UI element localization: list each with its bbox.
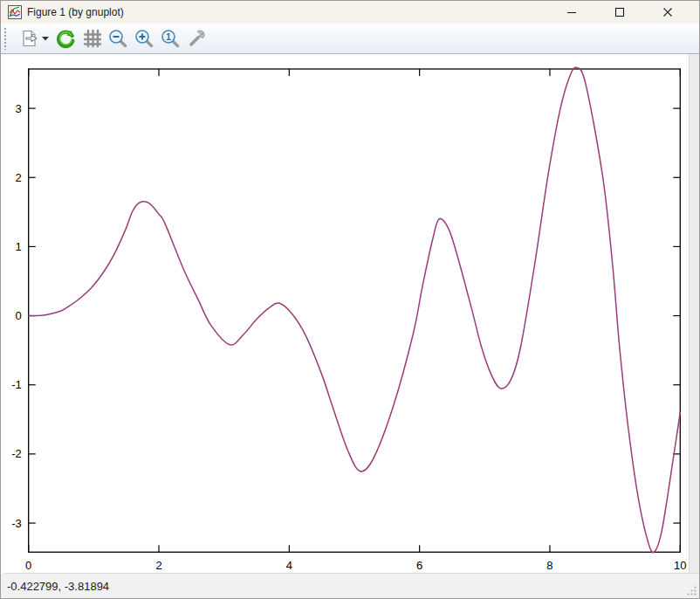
resize-grip-icon[interactable] [686, 585, 697, 596]
export-button[interactable] [19, 25, 40, 52]
zoom-in-button[interactable] [133, 25, 155, 52]
svg-text:1: 1 [166, 32, 171, 42]
close-button[interactable] [649, 1, 687, 24]
statusbar: -0.422799, -3.81894 [1, 573, 699, 598]
zoom-reset-button[interactable]: 1 [159, 25, 182, 52]
dropdown-arrow-icon [42, 36, 49, 41]
plot-border [29, 69, 681, 552]
plot-canvas: 0246810-3-2-10123 [1, 54, 699, 573]
y-tick-label: 1 [15, 240, 21, 253]
minimize-button[interactable] [552, 1, 591, 24]
settings-button[interactable] [185, 25, 208, 52]
window-title: Figure 1 (by gnuplot) [27, 6, 124, 18]
refresh-icon [55, 28, 76, 49]
y-tick-label: 3 [15, 102, 21, 115]
grid-icon [81, 28, 102, 49]
toolbar-drag-handle[interactable] [3, 27, 8, 50]
plot-area[interactable]: 0246810-3-2-10123 [1, 54, 689, 573]
maximize-button[interactable] [600, 1, 639, 24]
export-page-icon [19, 28, 40, 49]
toolbar: 1 [1, 24, 699, 54]
zoom-in-icon [134, 28, 154, 49]
window-controls [552, 1, 687, 24]
gnuplot-window: Figure 1 (by gnuplot) [0, 0, 700, 599]
x-tick-label: 0 [25, 559, 31, 572]
titlebar: Figure 1 (by gnuplot) [1, 1, 699, 24]
y-tick-label: -3 [11, 517, 22, 530]
y-tick-label: -1 [11, 378, 22, 391]
export-menu-button[interactable] [40, 25, 51, 52]
curve [29, 67, 681, 553]
x-tick-label: 2 [155, 559, 161, 572]
y-tick-label: 2 [15, 171, 21, 184]
wrench-icon [186, 28, 207, 49]
y-tick-label: -2 [11, 447, 22, 460]
x-tick-label: 8 [546, 559, 552, 572]
app-icon [8, 5, 22, 19]
replot-button[interactable] [54, 25, 77, 52]
x-tick-label: 10 [674, 559, 686, 572]
y-tick-label: 0 [15, 309, 21, 322]
grid-button[interactable] [80, 25, 103, 52]
minimize-icon [566, 7, 577, 17]
maximize-icon [614, 7, 625, 17]
coordinate-readout: -0.422799, -3.81894 [7, 580, 109, 593]
canvas-gutter [689, 54, 699, 573]
close-icon [662, 7, 673, 17]
x-tick-label: 4 [286, 559, 292, 572]
zoom-reset-icon: 1 [160, 28, 181, 49]
zoom-out-icon [107, 28, 128, 49]
x-tick-label: 6 [416, 559, 422, 572]
zoom-out-button[interactable] [106, 25, 129, 52]
